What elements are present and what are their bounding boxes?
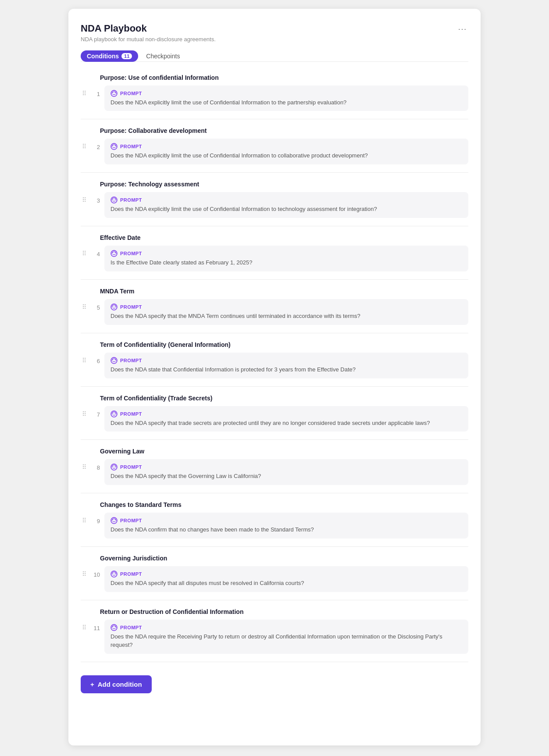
drag-handle-icon[interactable]: ⠿ <box>81 90 88 97</box>
condition-group: Changes to Standard Terms ⠿ 9 <box>81 493 468 547</box>
prompt-label-row: PROMPT <box>111 464 462 471</box>
condition-row: ⠿ 11 PROMPT D <box>81 620 468 654</box>
drag-handle-icon[interactable]: ⠿ <box>81 143 88 150</box>
condition-group: Governing Jurisdiction ⠿ 10 <box>81 547 468 600</box>
drag-handle-icon[interactable]: ⠿ <box>81 250 88 257</box>
svg-point-17 <box>115 359 116 360</box>
drag-handle-icon[interactable]: ⠿ <box>81 464 88 471</box>
condition-title: Governing Jurisdiction <box>100 555 468 562</box>
condition-group: Effective Date ⠿ 4 <box>81 226 468 280</box>
condition-number: 8 <box>92 464 100 471</box>
condition-title: Term of Confidentiality (Trade Secrets) <box>100 395 468 402</box>
condition-number: 10 <box>92 571 100 578</box>
condition-number: 4 <box>92 251 100 257</box>
prompt-text-label: PROMPT <box>120 411 142 417</box>
add-condition-label: Add condition <box>98 681 142 688</box>
drag-handle-icon[interactable]: ⠿ <box>81 517 88 524</box>
svg-point-2 <box>115 92 116 93</box>
condition-group: MNDA Term ⠿ 5 PROMP <box>81 280 468 333</box>
prompt-text-label: PROMPT <box>120 358 142 363</box>
svg-point-25 <box>113 519 114 520</box>
add-condition-plus-icon: + <box>90 681 94 688</box>
condition-card: PROMPT Does the NDA explicitly limit the… <box>104 192 468 218</box>
condition-card: PROMPT Is the Effective Date clearly sta… <box>104 246 468 271</box>
condition-number: 7 <box>92 411 100 418</box>
prompt-label-row: PROMPT <box>111 517 462 524</box>
app-subtitle: NDA playbook for mutual non-disclosure a… <box>81 36 468 43</box>
condition-row: ⠿ 10 PROMPT D <box>81 566 468 592</box>
drag-handle-icon[interactable]: ⠿ <box>81 410 88 417</box>
condition-row: ⠿ 5 PROMPT Do <box>81 299 468 325</box>
prompt-text-label: PROMPT <box>120 251 142 256</box>
tab-checkpoints[interactable]: Checkpoints <box>142 50 184 62</box>
prompt-question: Does the NDA explicitly limit the use of… <box>111 152 462 160</box>
prompt-question: Does the NDA specify that the MNDA Term … <box>111 312 462 321</box>
drag-handle-icon[interactable]: ⠿ <box>81 571 88 578</box>
condition-group: Governing Law ⠿ 8 P <box>81 440 468 493</box>
add-condition-button[interactable]: + Add condition <box>81 675 152 693</box>
tab-conditions[interactable]: Conditions 11 <box>81 50 138 62</box>
tabs-bar: Conditions 11 Checkpoints <box>81 50 468 62</box>
prompt-label-row: PROMPT <box>111 196 462 203</box>
prompt-text-label: PROMPT <box>120 518 142 523</box>
prompt-label-row: PROMPT <box>111 250 462 257</box>
conditions-list: Purpose: Use of confidential Information… <box>81 74 468 662</box>
svg-point-16 <box>113 359 114 360</box>
svg-point-31 <box>113 626 114 627</box>
prompt-label-row: PROMPT <box>111 357 462 364</box>
condition-card: PROMPT Does the NDA explicitly limit the… <box>104 86 468 111</box>
svg-point-13 <box>113 306 114 307</box>
condition-row: ⠿ 3 PROMPT Do <box>81 192 468 218</box>
prompt-question: Does the NDA specify that all disputes m… <box>111 579 462 588</box>
drag-handle-icon[interactable]: ⠿ <box>81 357 88 364</box>
prompt-text-label: PROMPT <box>120 304 142 310</box>
tab-conditions-badge: 11 <box>121 53 132 59</box>
condition-card: PROMPT Does the NDA state that Confident… <box>104 353 468 378</box>
condition-group: Return or Destruction of Confidential In… <box>81 600 468 662</box>
prompt-icon <box>111 624 118 631</box>
condition-card: PROMPT Does the NDA confirm that no chan… <box>104 513 468 538</box>
condition-title: Purpose: Use of confidential Information <box>100 74 468 81</box>
svg-point-14 <box>115 306 116 307</box>
drag-handle-icon[interactable]: ⠿ <box>81 303 88 310</box>
prompt-icon <box>111 464 118 471</box>
condition-number: 9 <box>92 518 100 524</box>
prompt-question: Is the Effective Date clearly stated as … <box>111 259 462 267</box>
condition-title: Effective Date <box>100 234 468 241</box>
svg-point-22 <box>113 466 114 467</box>
condition-number: 1 <box>92 91 100 97</box>
condition-card: PROMPT Does the NDA require the Receivin… <box>104 620 468 654</box>
prompt-label-row: PROMPT <box>111 410 462 417</box>
svg-point-26 <box>115 519 116 520</box>
condition-card: PROMPT Does the NDA explicitly limit the… <box>104 139 468 164</box>
app-title: NDA Playbook <box>81 23 468 34</box>
prompt-text-label: PROMPT <box>120 144 142 149</box>
svg-point-4 <box>113 145 114 146</box>
prompt-question: Does the NDA explicitly limit the use of… <box>111 99 462 107</box>
tab-conditions-label: Conditions <box>87 53 119 60</box>
drag-handle-icon[interactable]: ⠿ <box>81 624 88 631</box>
prompt-text-label: PROMPT <box>120 91 142 96</box>
condition-group: Purpose: Technology assessment ⠿ 3 <box>81 173 468 226</box>
condition-title: Governing Law <box>100 448 468 455</box>
condition-row: ⠿ 8 PROMPT Do <box>81 459 468 485</box>
svg-point-23 <box>115 466 116 467</box>
condition-title: Purpose: Technology assessment <box>100 181 468 188</box>
svg-point-1 <box>113 92 114 93</box>
more-menu-button[interactable]: ⋯ <box>454 22 470 36</box>
svg-point-29 <box>115 573 116 574</box>
prompt-question: Does the NDA specify that the Governing … <box>111 472 462 481</box>
condition-card: PROMPT Does the NDA specify that trade s… <box>104 406 468 432</box>
prompt-icon <box>111 90 118 97</box>
condition-row: ⠿ 1 PROMPT Do <box>81 86 468 111</box>
condition-title: Term of Confidentiality (General Informa… <box>100 341 468 348</box>
svg-point-32 <box>115 626 116 627</box>
drag-handle-icon[interactable]: ⠿ <box>81 196 88 203</box>
svg-point-8 <box>115 199 116 200</box>
svg-point-7 <box>113 199 114 200</box>
prompt-label-row: PROMPT <box>111 90 462 97</box>
condition-title: Purpose: Collaborative development <box>100 127 468 134</box>
condition-row: ⠿ 4 PROMPT Is <box>81 246 468 271</box>
svg-point-5 <box>115 145 116 146</box>
prompt-icon <box>111 250 118 257</box>
